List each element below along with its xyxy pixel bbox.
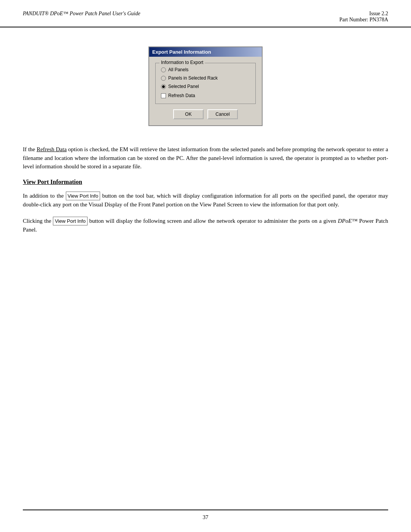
radio-label-selected-panel: Selected Panel	[168, 84, 199, 89]
section-heading-view-port: View Port Information	[23, 179, 388, 185]
radio-label-all-panels: All Panels	[168, 67, 188, 72]
radio-panels-in-selected-rack[interactable]: Panels in Selected Rack	[161, 75, 250, 81]
dialog-body: Information to Export All Panels Panels …	[149, 57, 262, 125]
dialog-area: Export Panel Information Information to …	[23, 39, 388, 134]
cancel-button[interactable]: Cancel	[207, 109, 238, 119]
header-part-number: Part Number: PN378A	[339, 17, 388, 23]
radio-circle-panels-in-selected-rack	[161, 76, 166, 81]
checkbox-label-refresh-data: Refresh Data	[168, 93, 195, 98]
checkbox-box-refresh-data	[161, 93, 166, 98]
radio-label-panels-in-selected-rack: Panels in Selected Rack	[168, 75, 218, 81]
ok-button[interactable]: OK	[173, 109, 204, 119]
radio-circle-selected-panel	[161, 84, 166, 89]
header-issue: Issue 2.2	[339, 11, 388, 17]
dialog-titlebar: Export Panel Information	[149, 47, 262, 57]
footer-line	[23, 510, 388, 510]
view-port-info-button-inline-1[interactable]: View Port Info	[66, 192, 100, 201]
radio-circle-all-panels	[161, 67, 166, 72]
dialog-title: Export Panel Information	[152, 49, 211, 55]
paragraph-view-port-info-2: Clicking the View Port Info button will …	[23, 217, 388, 234]
header-right: Issue 2.2 Part Number: PN378A	[339, 11, 388, 23]
page-container: PANDUIT® DPoE™ Power Patch Panel User's …	[0, 0, 411, 532]
radio-selected-panel[interactable]: Selected Panel	[161, 84, 250, 89]
radio-all-panels[interactable]: All Panels	[161, 67, 250, 72]
view-port-info-button-inline-2[interactable]: View Port Info	[53, 217, 88, 226]
main-content: Export Panel Information Information to …	[0, 27, 411, 265]
information-to-export-group: Information to Export All Panels Panels …	[155, 63, 256, 104]
dpoe-italic: DPoE™	[338, 218, 357, 224]
paragraph-view-port-info-1: In addition to the View Port Info button…	[23, 192, 388, 209]
header-title: PANDUIT® DPoE™ Power Patch Panel User's …	[23, 11, 140, 16]
header-left: PANDUIT® DPoE™ Power Patch Panel User's …	[23, 11, 140, 17]
footer-page-number: 37	[203, 514, 209, 521]
page-footer: 37	[0, 510, 411, 521]
export-panel-dialog: Export Panel Information Information to …	[148, 46, 263, 126]
dialog-buttons: OK Cancel	[155, 109, 256, 119]
page-header: PANDUIT® DPoE™ Power Patch Panel User's …	[0, 0, 411, 27]
paragraph-refresh-data: If the Refresh Data option is checked, t…	[23, 145, 388, 171]
checkbox-refresh-data[interactable]: Refresh Data	[161, 93, 250, 98]
group-legend: Information to Export	[159, 60, 205, 65]
refresh-data-underline: Refresh Data	[37, 146, 67, 152]
